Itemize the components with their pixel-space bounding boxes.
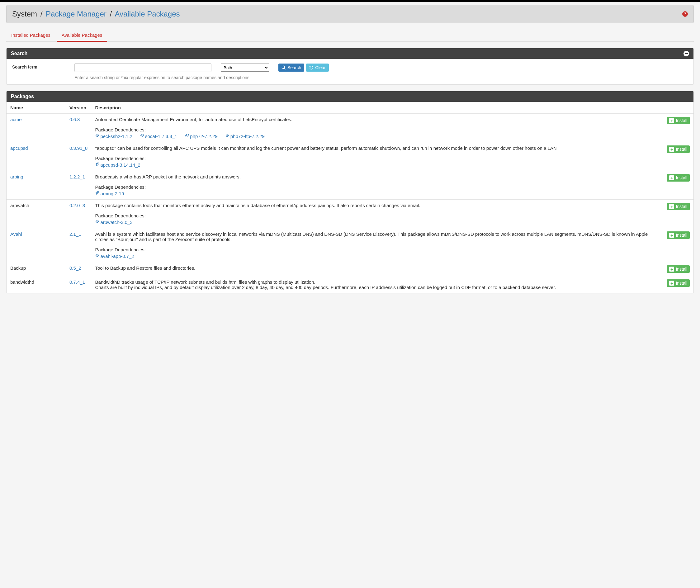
paperclip-icon — [95, 162, 99, 168]
package-version[interactable]: 2.1_1 — [69, 231, 81, 237]
packages-panel: Packages Name Version Description acme0.… — [6, 91, 694, 293]
dependency-link[interactable]: php72-7.2.29 — [185, 134, 217, 139]
install-button[interactable]: +Install — [667, 231, 690, 239]
breadcrumb: System / Package Manager / Available Pac… — [6, 5, 694, 23]
dependency-link[interactable]: avahi-app-0.7_2 — [95, 254, 134, 259]
collapse-icon[interactable] — [683, 51, 689, 56]
dependency-link[interactable]: php72-ftp-7.2.29 — [225, 134, 265, 139]
table-row: acme0.6.8Automated Certificate Managemen… — [7, 114, 693, 142]
plus-icon: + — [669, 204, 674, 209]
tabs: Installed Packages Available Packages — [6, 29, 694, 42]
table-row: arpwatch0.2.0_3This package contains too… — [7, 200, 693, 228]
package-name-link[interactable]: acme — [10, 117, 22, 122]
deps-label: Package Dependencies: — [95, 213, 659, 218]
deps-label: Package Dependencies: — [95, 156, 659, 161]
install-button[interactable]: +Install — [667, 117, 690, 124]
install-button[interactable]: +Install — [667, 174, 690, 182]
paperclip-icon — [95, 254, 99, 259]
col-version: Version — [66, 102, 91, 114]
plus-icon: + — [669, 175, 674, 180]
package-version[interactable]: 0.6.8 — [69, 117, 80, 122]
clear-button[interactable]: Clear — [306, 64, 329, 72]
table-row: apcupsd0.3.91_8"apcupsd" can be used for… — [7, 142, 693, 171]
table-row: bandwidthd0.7.4_1BandwidthD tracks usage… — [7, 276, 693, 293]
package-version[interactable]: 0.5_2 — [69, 265, 81, 271]
deps-label: Package Dependencies: — [95, 184, 659, 190]
paperclip-icon — [140, 134, 144, 139]
package-version[interactable]: 0.2.0_3 — [69, 203, 85, 208]
package-description: Automated Certificate Management Environ… — [95, 117, 292, 122]
package-description: Tool to Backup and Restore files and dir… — [95, 265, 195, 271]
col-description: Description — [91, 102, 663, 114]
col-name: Name — [7, 102, 66, 114]
breadcrumb-sep: / — [110, 10, 112, 18]
package-version[interactable]: 0.7.4_1 — [69, 279, 85, 285]
install-button[interactable]: +Install — [667, 145, 690, 153]
package-name-link[interactable]: arping — [10, 174, 23, 179]
plus-icon: + — [669, 147, 674, 152]
package-name: bandwidthd — [10, 279, 34, 285]
dependency-link[interactable]: socat-1.7.3.3_1 — [140, 134, 177, 139]
search-help-text: Enter a search string or *nix regular ex… — [12, 75, 688, 80]
plus-icon: + — [669, 281, 674, 286]
package-name: arpwatch — [10, 203, 29, 208]
dependency-link[interactable]: arping-2.19 — [95, 191, 124, 196]
package-name-link[interactable]: Avahi — [10, 231, 22, 237]
search-panel-title: Search — [11, 51, 27, 56]
package-name-link[interactable]: apcupsd — [10, 145, 28, 151]
paperclip-icon — [225, 134, 229, 139]
paperclip-icon — [95, 220, 99, 225]
packages-panel-title: Packages — [11, 94, 34, 99]
package-version[interactable]: 1.2.2_1 — [69, 174, 85, 179]
package-version[interactable]: 0.3.91_8 — [69, 145, 87, 151]
table-row: Backup0.5_2Tool to Backup and Restore fi… — [7, 262, 693, 276]
breadcrumb-page[interactable]: Available Packages — [115, 10, 180, 18]
paperclip-icon — [95, 191, 99, 196]
package-description: Avahi is a system which facilitates host… — [95, 231, 648, 242]
package-description: Broadcasts a who-has ARP packet on the n… — [95, 174, 240, 179]
breadcrumb-root: System — [12, 10, 37, 18]
plus-icon: + — [669, 267, 674, 272]
package-name: Backup — [10, 265, 26, 271]
dependency-link[interactable]: apcupsd-3.14.14_2 — [95, 162, 140, 168]
table-row: arping1.2.2_1Broadcasts a who-has ARP pa… — [7, 171, 693, 200]
help-icon[interactable]: ? — [682, 11, 688, 17]
search-input[interactable] — [74, 63, 211, 72]
plus-icon: + — [669, 233, 674, 238]
undo-icon — [309, 65, 314, 70]
package-description: "apcupsd" can be used for controlling al… — [95, 145, 556, 151]
search-scope-select[interactable]: Both — [221, 64, 269, 72]
package-description: This package contains tools that monitor… — [95, 203, 420, 208]
paperclip-icon — [185, 134, 189, 139]
dependency-link[interactable]: arpwatch-3.0_3 — [95, 220, 132, 225]
breadcrumb-sep: / — [40, 10, 43, 18]
install-button[interactable]: +Install — [667, 265, 690, 273]
search-term-label: Search term — [12, 63, 68, 69]
paperclip-icon — [95, 134, 99, 139]
tab-available-packages[interactable]: Available Packages — [57, 29, 107, 42]
packages-table: Name Version Description acme0.6.8Automa… — [7, 102, 693, 293]
install-button[interactable]: +Install — [667, 203, 690, 210]
table-row: Avahi2.1_1Avahi is a system which facili… — [7, 228, 693, 262]
deps-label: Package Dependencies: — [95, 247, 659, 252]
dependency-link[interactable]: pecl-ssh2-1.1.2 — [95, 134, 132, 139]
search-panel: Search Search term Both Search — [6, 48, 694, 85]
breadcrumb-section[interactable]: Package Manager — [46, 10, 106, 18]
package-description: BandwidthD tracks usage of TCP/IP networ… — [95, 279, 556, 290]
plus-icon: + — [669, 118, 674, 123]
tab-installed-packages[interactable]: Installed Packages — [6, 29, 55, 41]
install-button[interactable]: +Install — [667, 279, 690, 287]
search-button[interactable]: Search — [278, 64, 304, 72]
deps-label: Package Dependencies: — [95, 127, 659, 132]
search-icon — [281, 65, 286, 70]
